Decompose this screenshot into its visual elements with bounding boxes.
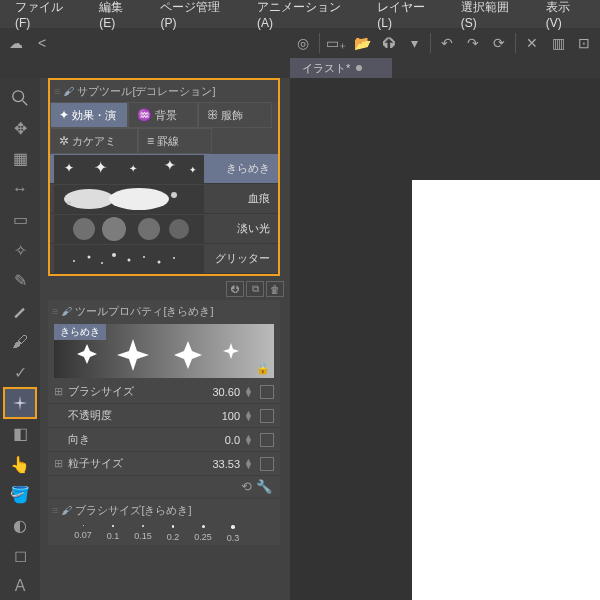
grip-icon[interactable]: ≡: [52, 305, 58, 317]
hatch-icon: ✲: [59, 134, 69, 148]
svg-point-16: [158, 260, 161, 263]
grip-icon[interactable]: ≡: [52, 504, 58, 516]
eraser-tool[interactable]: ◧: [5, 420, 35, 448]
panels-column: ≡ 🖌 サブツール[デコレーション] ✦効果・演 ♒背景 ꕥ服飾 ✲カケアミ ≡…: [40, 78, 290, 600]
cat-effect[interactable]: ✦効果・演: [50, 102, 128, 128]
menu-view[interactable]: 表示(V): [537, 0, 594, 34]
undo-icon[interactable]: ↶: [435, 31, 459, 55]
prop-brushsize[interactable]: ⊞ ブラシサイズ 30.60 ▲▼: [48, 380, 280, 404]
svg-point-3: [109, 188, 169, 210]
layermove-tool[interactable]: ↔: [5, 176, 35, 204]
canvas-page[interactable]: [412, 180, 600, 600]
size-1[interactable]: 0.07: [68, 525, 98, 543]
size-3[interactable]: 0.15: [128, 525, 158, 543]
svg-point-14: [128, 258, 131, 261]
eyedropper-tool[interactable]: ✎: [5, 267, 35, 295]
crop-icon[interactable]: ⊡: [572, 31, 596, 55]
expand-icon[interactable]: ⊞: [54, 457, 64, 470]
prop-particle[interactable]: ⊞ 粒子サイズ 33.53 ▲▼: [48, 452, 280, 476]
svg-point-8: [138, 218, 160, 240]
cat-cloth[interactable]: ꕥ服飾: [198, 102, 272, 128]
subtool-blood[interactable]: 血痕: [50, 184, 278, 214]
size-4[interactable]: 0.2: [158, 525, 188, 543]
document-tabs: イラスト*: [0, 58, 600, 78]
link-icon[interactable]: [260, 457, 274, 471]
subtool-title: サブツール[デコレーション]: [77, 84, 215, 99]
menu-layer[interactable]: レイヤー(L): [368, 0, 448, 34]
canvas-area[interactable]: [290, 78, 600, 600]
loading-icon[interactable]: ⟳: [487, 31, 511, 55]
fill-tool[interactable]: 🪣: [5, 481, 35, 509]
open-icon[interactable]: 📂: [350, 31, 374, 55]
swirl-icon[interactable]: ◎: [291, 31, 315, 55]
import-icon[interactable]: ⮋: [226, 281, 244, 297]
figure-tool[interactable]: ◻: [5, 542, 35, 570]
tool-property-panel: ≡ 🖌 ツールプロパティ[きらめき] きらめき 🔒 ⊞ ブラシサイズ 30.60…: [48, 300, 280, 497]
subtool-glitter[interactable]: グリッター: [50, 244, 278, 274]
toolprop-title: ツールプロパティ[きらめき]: [75, 304, 213, 319]
size-2[interactable]: 0.1: [98, 525, 128, 543]
link-icon[interactable]: [260, 409, 274, 423]
svg-line-1: [23, 100, 28, 105]
subtool-actions: ⮋ ⧉ 🗑: [40, 278, 290, 300]
cat-hatch[interactable]: ✲カケアミ: [50, 128, 138, 154]
marquee-tool[interactable]: ▭: [5, 206, 35, 234]
chevron-down-icon[interactable]: ▾: [402, 31, 426, 55]
preview-glitter: [54, 245, 204, 273]
blend-tool[interactable]: 👆: [5, 450, 35, 478]
operation-tool[interactable]: ▦: [5, 145, 35, 173]
cloud-icon[interactable]: ☁: [4, 31, 28, 55]
menu-file[interactable]: ファイル(F): [6, 0, 86, 34]
flip-icon[interactable]: ▥: [546, 31, 570, 55]
tool-sidebar: ✥ ▦ ↔ ▭ ✧ ✎ 🖌 ✓ ◧ 👆 🪣 ◐ ◻ A: [0, 78, 40, 600]
airbrush-tool[interactable]: ✓: [5, 359, 35, 387]
grip-icon[interactable]: ≡: [54, 85, 60, 97]
size-6[interactable]: 0.3: [218, 525, 248, 543]
menu-page[interactable]: ページ管理(P): [151, 0, 244, 34]
brush-tool[interactable]: 🖌: [5, 328, 35, 356]
decoration-tool[interactable]: [5, 389, 35, 417]
subtool-softlight[interactable]: 淡い光: [50, 214, 278, 244]
menu-anim[interactable]: アニメーション(A): [248, 0, 364, 34]
tab-illust[interactable]: イラスト*: [290, 58, 392, 78]
redo-icon[interactable]: ↷: [461, 31, 485, 55]
new-icon[interactable]: ▭₊: [324, 31, 348, 55]
pen-tool[interactable]: [5, 298, 35, 326]
cat-rule[interactable]: ≡罫線: [138, 128, 212, 154]
clear-icon[interactable]: ✕: [520, 31, 544, 55]
wrench-icon[interactable]: 🔧: [256, 479, 272, 494]
svg-point-9: [169, 219, 189, 239]
wand-tool[interactable]: ✧: [5, 237, 35, 265]
link-icon[interactable]: [260, 385, 274, 399]
svg-point-6: [73, 218, 95, 240]
size-5[interactable]: 0.25: [188, 525, 218, 543]
magnify-tool[interactable]: [5, 84, 35, 112]
lock-icon[interactable]: 🔒: [256, 362, 270, 375]
grass-icon: ♒: [137, 108, 152, 122]
svg-point-15: [143, 256, 145, 258]
subtool-kirameki[interactable]: ✦✦✦✦✦ きらめき: [50, 154, 278, 184]
save-icon[interactable]: ⮉: [376, 31, 400, 55]
share-icon[interactable]: <: [30, 31, 54, 55]
butterfly-icon: ꕥ: [207, 108, 218, 122]
stepper-icon[interactable]: ▲▼: [244, 435, 256, 445]
gradient-tool[interactable]: ◐: [5, 511, 35, 539]
svg-point-13: [112, 253, 116, 257]
text-tool[interactable]: A: [5, 573, 35, 601]
cat-bg[interactable]: ♒背景: [128, 102, 198, 128]
menu-select[interactable]: 選択範囲(S): [452, 0, 533, 34]
stepper-icon[interactable]: ▲▼: [244, 387, 256, 397]
expand-icon[interactable]: ⊞: [54, 385, 64, 398]
menu-edit[interactable]: 編集(E): [90, 0, 147, 34]
reset-icon[interactable]: ⟲: [241, 479, 252, 494]
prop-opacity[interactable]: 不透明度 100 ▲▼: [48, 404, 280, 428]
duplicate-icon[interactable]: ⧉: [246, 281, 264, 297]
stepper-icon[interactable]: ▲▼: [244, 411, 256, 421]
brushsize-title: ブラシサイズ[きらめき]: [75, 503, 191, 518]
prop-direction[interactable]: 向き 0.0 ▲▼: [48, 428, 280, 452]
stepper-icon[interactable]: ▲▼: [244, 459, 256, 469]
delete-icon[interactable]: 🗑: [266, 281, 284, 297]
link-icon[interactable]: [260, 433, 274, 447]
move-tool[interactable]: ✥: [5, 115, 35, 143]
brush-small-icon: 🖌: [63, 85, 74, 97]
